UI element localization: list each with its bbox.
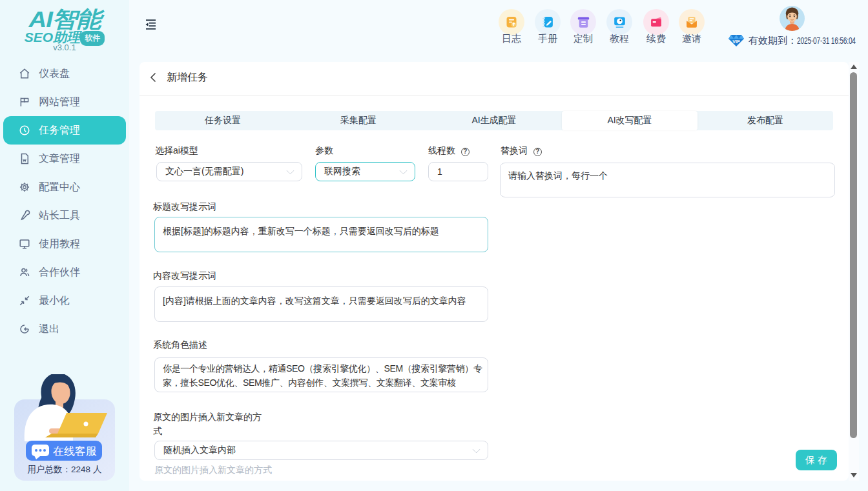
svg-text:在线客服: 在线客服 <box>53 445 97 457</box>
svg-text:用户总数：2248 人: 用户总数：2248 人 <box>28 465 102 474</box>
svg-text:VIP: VIP <box>732 39 740 44</box>
